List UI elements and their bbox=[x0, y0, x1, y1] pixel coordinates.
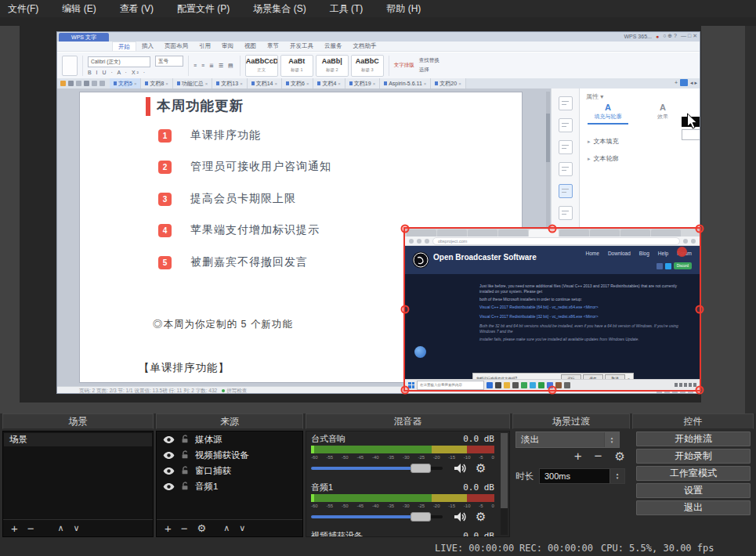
visibility-icon[interactable] bbox=[163, 467, 175, 475]
resize-handle-e[interactable] bbox=[696, 305, 704, 314]
menu-item[interactable]: 编辑 (E) bbox=[62, 2, 96, 16]
preview-icon bbox=[84, 81, 89, 86]
source-up-button[interactable]: ∧ bbox=[223, 522, 230, 534]
resize-handle-ne[interactable] bbox=[696, 225, 704, 233]
channel-db-value: 0.0 dB bbox=[463, 482, 494, 493]
menu-item[interactable]: 工具 (T) bbox=[330, 2, 364, 16]
visibility-icon[interactable] bbox=[163, 451, 175, 460]
source-list-item[interactable]: 媒体源 bbox=[157, 431, 302, 447]
lock-icon[interactable] bbox=[180, 435, 190, 444]
styles-icon bbox=[559, 118, 573, 132]
visibility-icon[interactable] bbox=[163, 482, 175, 491]
forward-icon bbox=[417, 239, 421, 244]
menu-item[interactable]: 配置文件 (P) bbox=[177, 2, 230, 16]
start-button-icon bbox=[408, 382, 414, 388]
site-text-line: Just like before, you need some addition… bbox=[479, 283, 689, 294]
document-tab: 文档6× bbox=[282, 78, 313, 88]
limit-icon bbox=[559, 206, 573, 220]
volume-meter bbox=[311, 494, 494, 502]
mixer-dock-header[interactable]: 混音器 bbox=[306, 413, 510, 429]
url-text: obsproject.com bbox=[432, 237, 680, 245]
open-icon bbox=[60, 81, 66, 86]
browser-tab bbox=[620, 229, 650, 236]
transition-properties-button[interactable]: ⚙ bbox=[615, 450, 625, 462]
resize-handle-sw[interactable] bbox=[401, 386, 410, 395]
ribbon-divider bbox=[82, 56, 83, 76]
resize-handle-se[interactable] bbox=[696, 386, 704, 395]
source-list-item[interactable]: 窗口捕获 bbox=[157, 463, 302, 478]
mute-button-icon[interactable] bbox=[454, 463, 466, 474]
add-scene-button[interactable]: + bbox=[11, 522, 18, 534]
ribbon-divider bbox=[389, 56, 389, 76]
control-button[interactable]: 开始推流 bbox=[636, 431, 751, 446]
obs-site-body: Just like before, you need some addition… bbox=[405, 274, 700, 379]
scene-up-button[interactable]: ∧ bbox=[58, 522, 64, 534]
text-fill-row: 文本填充 bbox=[588, 137, 619, 146]
scenes-panel: 场景 + − ∧ ∨ bbox=[2, 431, 154, 537]
wps-ribbon-tab: 插入 bbox=[136, 42, 159, 51]
mute-button-icon[interactable] bbox=[454, 511, 466, 522]
menu-item[interactable]: 查看 (V) bbox=[120, 2, 154, 16]
scene-list-item[interactable]: 场景 bbox=[4, 433, 152, 446]
lock-icon[interactable] bbox=[180, 450, 190, 460]
sources-dock-header[interactable]: 来源 bbox=[156, 413, 303, 429]
channel-settings-icon[interactable]: ⚙ bbox=[476, 510, 486, 524]
visibility-icon[interactable] bbox=[163, 435, 175, 444]
volume-slider[interactable] bbox=[311, 512, 443, 522]
source-properties-button[interactable]: ⚙ bbox=[197, 522, 207, 534]
control-button[interactable]: 退出 bbox=[636, 500, 751, 515]
spellcheck-dot bbox=[222, 389, 225, 392]
mixer-channel: 视频捕获设备 0.0 dB -60-55-50-45-40-35-30-25-2… bbox=[306, 529, 499, 537]
scrollbar-thumb[interactable] bbox=[501, 433, 508, 508]
ribbon-divider bbox=[240, 56, 241, 76]
duration-input[interactable]: 300ms ▴▾ bbox=[539, 468, 625, 484]
font-size-select: 五号 bbox=[155, 56, 183, 67]
source-down-button[interactable]: ∨ bbox=[239, 522, 245, 534]
source-list-item[interactable]: 视频捕获设备 bbox=[157, 447, 302, 463]
browser-window-source[interactable]: obsproject.com Open Broadcaster Software… bbox=[403, 227, 701, 392]
duration-spinner-icon[interactable]: ▴▾ bbox=[610, 469, 624, 483]
browser-tab bbox=[468, 229, 497, 236]
source-list-item[interactable]: 音频1 bbox=[157, 478, 302, 494]
resize-handle-w[interactable] bbox=[401, 305, 410, 314]
mixer-scrollbar[interactable] bbox=[501, 433, 508, 535]
duration-label: 时长 bbox=[515, 471, 534, 482]
list-number-badge: 3 bbox=[158, 193, 172, 206]
doc-list-item: 3 提高会员卡期限上限 bbox=[158, 192, 296, 206]
video-canvas[interactable]: WPS 文字 WPS 365... ● ○ ⊕ ? — □ ✕ 开始插入页面布局… bbox=[20, 26, 701, 403]
lock-icon[interactable] bbox=[180, 466, 190, 475]
wps-ribbon-tab: 审阅 bbox=[216, 42, 239, 51]
resize-handle-n[interactable] bbox=[548, 225, 557, 233]
discord-button: Discord bbox=[674, 262, 692, 269]
resize-handle-nw[interactable] bbox=[401, 225, 410, 233]
text-outline-row: 文本轮廓 bbox=[588, 154, 619, 163]
add-source-button[interactable]: + bbox=[165, 522, 172, 534]
scenes-dock-header[interactable]: 场景 bbox=[2, 413, 154, 429]
control-button[interactable]: 工作室模式 bbox=[636, 466, 751, 481]
remove-scene-button[interactable]: − bbox=[27, 522, 34, 534]
preview-edge-shade bbox=[745, 26, 756, 413]
select-spinner-icon[interactable]: ▴▾ bbox=[604, 432, 619, 447]
add-transition-button[interactable]: + bbox=[574, 450, 582, 462]
control-button[interactable]: 设置 bbox=[636, 483, 751, 498]
controls-dock-header[interactable]: 控件 bbox=[632, 413, 754, 429]
lock-icon[interactable] bbox=[180, 482, 190, 491]
channel-name: 视频捕获设备 bbox=[311, 530, 363, 537]
channel-settings-icon[interactable]: ⚙ bbox=[476, 461, 486, 475]
resize-handle-s[interactable] bbox=[548, 386, 557, 395]
doc-list-item: 2 管理员可接收用户咨询通知 bbox=[158, 160, 331, 174]
style-gallery-item: AaBt标题 1 bbox=[280, 55, 313, 77]
meter-scale: -60-55-50-45-40-35-30-25-20-15-10-50 bbox=[311, 454, 494, 460]
menu-item[interactable]: 场景集合 (S) bbox=[253, 2, 306, 16]
scene-down-button[interactable]: ∨ bbox=[74, 522, 80, 534]
transition-select[interactable]: 淡出 ▴▾ bbox=[515, 431, 620, 448]
menu-item[interactable]: 文件(F) bbox=[8, 2, 38, 16]
browser-tab bbox=[407, 229, 436, 236]
remove-source-button[interactable]: − bbox=[181, 522, 188, 534]
control-button[interactable]: 开始录制 bbox=[636, 449, 751, 464]
menu-item[interactable]: 帮助 (H) bbox=[386, 2, 421, 16]
remove-transition-button[interactable]: − bbox=[595, 450, 602, 462]
transitions-dock-header[interactable]: 场景过渡 bbox=[512, 413, 630, 429]
volume-slider[interactable] bbox=[311, 464, 443, 473]
document-tab: 文档19× bbox=[345, 78, 380, 88]
